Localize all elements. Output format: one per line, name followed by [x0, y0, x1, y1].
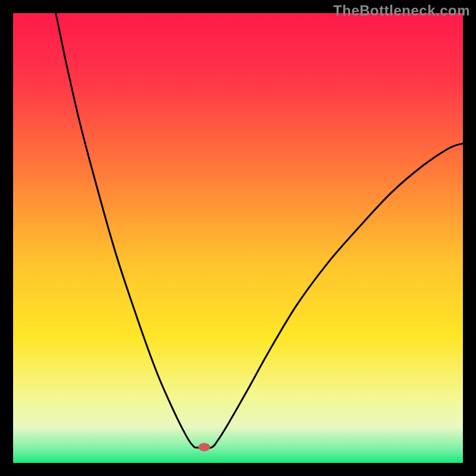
chart-container: TheBottleneck.com — [0, 0, 476, 476]
plot-area — [0, 0, 476, 476]
bottleneck-chart — [0, 0, 476, 476]
plot-background — [13, 13, 463, 463]
watermark-text: TheBottleneck.com — [333, 2, 470, 19]
min-marker — [198, 443, 210, 452]
